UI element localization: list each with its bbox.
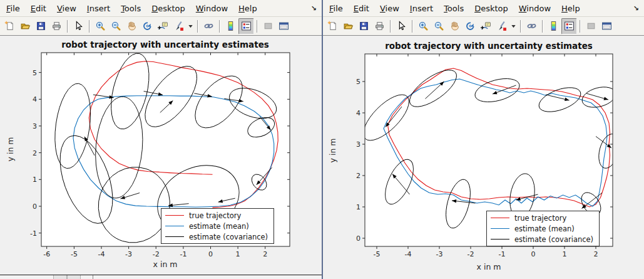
x-axis-label: x in m: [153, 260, 178, 269]
y-axis-label: y in m: [328, 139, 337, 163]
brush-button[interactable]: [171, 18, 187, 34]
open-folder-button[interactable]: [18, 18, 33, 34]
toolbar-separator: [197, 20, 198, 33]
data-cursor-button[interactable]: [155, 18, 171, 34]
save-button[interactable]: [33, 18, 49, 34]
data-cursor-button[interactable]: [478, 18, 494, 34]
legend-label: estimate (mean): [514, 224, 575, 233]
toolbar-separator: [219, 20, 220, 33]
dock-figure-button[interactable]: [276, 18, 292, 34]
new-document-button[interactable]: [325, 18, 340, 34]
link-plots-button[interactable]: [524, 18, 539, 34]
toolbar-separator: [257, 20, 258, 33]
menu-view[interactable]: View: [380, 4, 399, 13]
pointer-icon: [73, 21, 84, 31]
background-button: [67, 275, 81, 279]
background-window-fragment: [0, 275, 322, 279]
open-folder-icon: [343, 21, 354, 31]
dock-figure-icon: [601, 21, 612, 31]
menu-window[interactable]: Window: [519, 4, 551, 13]
brush-button[interactable]: [494, 18, 509, 34]
toolbar-separator: [412, 20, 413, 33]
menu-edit[interactable]: Edit: [31, 4, 46, 13]
legend: true trajectoryestimate (mean)estimate (…: [161, 208, 274, 244]
new-document-button[interactable]: [2, 18, 18, 34]
dock-figure-button[interactable]: [599, 18, 615, 34]
pan-hand-icon: [126, 21, 137, 31]
zoom-in-button[interactable]: [93, 18, 108, 34]
open-folder-button[interactable]: [340, 18, 356, 34]
legend-line-swatch: [491, 239, 509, 240]
toolbar-separator: [542, 20, 543, 33]
print-icon: [374, 21, 385, 31]
legend-line-swatch: [491, 228, 509, 229]
zoom-out-button[interactable]: [108, 18, 124, 34]
link-plots-icon: [203, 21, 214, 31]
legend-row: true trajectory: [165, 210, 268, 221]
menu-desktop[interactable]: Desktop: [151, 4, 185, 13]
menu-file[interactable]: File: [329, 4, 343, 13]
legend-label: estimate (covariance): [514, 235, 593, 244]
legend-label: estimate (mean): [189, 222, 249, 231]
brush-dropdown-arrow-button[interactable]: [509, 18, 518, 34]
legend-row: estimate (mean): [491, 223, 593, 234]
menu-insert[interactable]: Insert: [87, 4, 110, 13]
pan-hand-button[interactable]: [124, 18, 140, 34]
hide-plot-tools-button[interactable]: [583, 18, 599, 34]
legend-label: true trajectory: [514, 214, 566, 223]
zoom-in-button[interactable]: [416, 18, 431, 34]
menu-help[interactable]: Help: [238, 4, 257, 13]
save-button[interactable]: [356, 18, 372, 34]
menu-help[interactable]: Help: [561, 4, 580, 13]
toolbar-separator: [89, 20, 90, 33]
dock-figure-arrow-icon[interactable]: ↘: [311, 4, 317, 13]
background-divider: [93, 275, 93, 279]
toolbar: [322, 17, 644, 36]
menu-window[interactable]: Window: [196, 4, 228, 13]
zoom-out-button[interactable]: [431, 18, 447, 34]
pointer-button[interactable]: [71, 18, 86, 34]
insert-legend-button[interactable]: [238, 18, 254, 34]
desktop: FileEditViewInsertToolsDesktopWindowHelp…: [0, 0, 644, 279]
legend-line-swatch: [491, 218, 509, 218]
link-plots-icon: [526, 21, 537, 31]
rotate-3d-icon: [142, 21, 153, 31]
menu-insert[interactable]: Insert: [410, 4, 433, 13]
brush-dropdown-arrow-icon: [188, 21, 193, 31]
hide-plot-tools-button[interactable]: [260, 18, 276, 34]
link-plots-button[interactable]: [201, 18, 217, 34]
save-icon: [36, 21, 46, 31]
hide-plot-tools-icon: [586, 21, 596, 31]
rotate-3d-button[interactable]: [463, 18, 478, 34]
plot-title: robot trajectory with uncertainty estima…: [61, 39, 269, 50]
insert-colorbar-button[interactable]: [546, 18, 561, 34]
insert-colorbar-icon: [225, 21, 236, 31]
menu-view[interactable]: View: [57, 4, 76, 13]
pan-hand-button[interactable]: [447, 18, 463, 34]
print-button[interactable]: [372, 18, 387, 34]
insert-colorbar-button[interactable]: [223, 18, 238, 34]
figure-window-left: FileEditViewInsertToolsDesktopWindowHelp…: [0, 0, 322, 275]
rotate-3d-button[interactable]: [140, 18, 155, 34]
print-button[interactable]: [49, 18, 64, 34]
background-button: [53, 275, 67, 279]
pan-hand-icon: [449, 21, 460, 31]
dock-figure-arrow-icon[interactable]: ↘: [633, 4, 639, 13]
menu-tools[interactable]: Tools: [121, 4, 141, 13]
zoom-out-icon: [434, 21, 444, 31]
brush-dropdown-arrow-button[interactable]: [187, 18, 195, 34]
insert-legend-button[interactable]: [561, 18, 577, 34]
pointer-button[interactable]: [394, 18, 409, 34]
menu-edit[interactable]: Edit: [354, 4, 369, 13]
legend-row: true trajectory: [491, 213, 593, 223]
insert-legend-icon: [564, 21, 575, 31]
menu-tools[interactable]: Tools: [444, 4, 464, 13]
plot-title: robot trajectory with uncertainty estima…: [385, 41, 593, 51]
menu-desktop[interactable]: Desktop: [474, 4, 508, 13]
new-document-icon: [4, 21, 15, 31]
menu-file[interactable]: File: [6, 4, 20, 13]
legend-label: true trajectory: [189, 211, 241, 220]
open-folder-icon: [20, 21, 31, 31]
legend-line-swatch: [165, 226, 184, 226]
legend-label: estimate (covariance): [189, 233, 268, 241]
